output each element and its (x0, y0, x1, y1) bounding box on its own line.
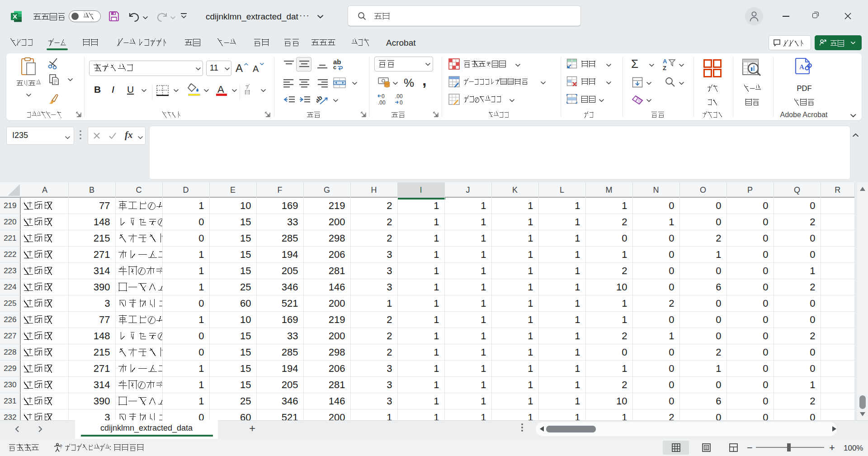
svg-text:?: ? (60, 444, 62, 449)
svg-text:.00: .00 (378, 100, 386, 106)
svg-text:ab: ab (316, 94, 324, 104)
svg-text:A: A (663, 58, 667, 65)
svg-text:c: c (333, 64, 336, 71)
svg-text:.00: .00 (395, 93, 403, 100)
svg-text:Z: Z (663, 65, 666, 71)
svg-text:0: 0 (400, 100, 403, 106)
svg-text:0: 0 (382, 93, 385, 100)
svg-text:A: A (799, 63, 804, 71)
